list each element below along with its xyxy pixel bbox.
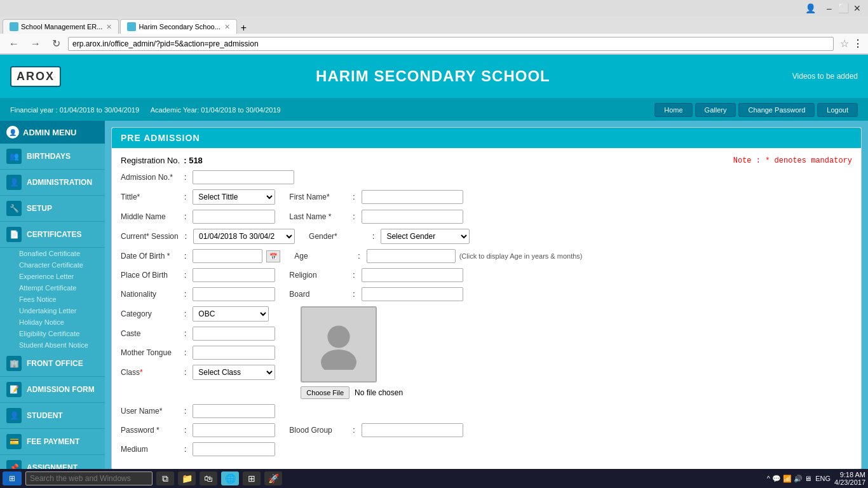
page-wrapper: AROX HARIM SECONDARY SCHOOL Videos to be… (0, 55, 868, 488)
taskbar-app-files[interactable]: 📁 (178, 471, 196, 485)
middle-name-input[interactable] (193, 210, 275, 224)
taskbar-app-extra[interactable]: 🚀 (264, 471, 282, 485)
place-of-birth-input[interactable] (193, 268, 275, 282)
student-icon: 👤 (6, 408, 22, 423)
browser-tab-1[interactable]: School Management ER... ✕ (3, 19, 119, 34)
home-button[interactable]: Home (654, 103, 692, 117)
sidebar-label-setup: SETUP (27, 204, 52, 213)
browser-chrome: 👤 – ⬜ ✕ School Management ER... ✕ Harim … (0, 0, 868, 55)
certificates-icon: 📄 (6, 227, 22, 242)
taskbar-app-chrome[interactable]: 🌐 (221, 471, 239, 485)
gender-label: Gender* (309, 232, 366, 241)
back-button[interactable]: ← (5, 37, 23, 51)
taskbar-lang: ENG (815, 475, 831, 482)
medium-row: Medium : (121, 442, 852, 456)
sidebar-sub-bonafied[interactable]: Bonafied Certificate (0, 248, 105, 259)
caste-row: Caste : (121, 327, 275, 341)
browser-tab-2[interactable]: Harim Secondary Schoo... ✕ (120, 19, 236, 34)
sidebar-sub-eligibility[interactable]: Eligibility Certificate (0, 328, 105, 339)
sidebar-item-admission-form[interactable]: 📝 ADMISSION FORM (0, 377, 105, 403)
last-name-input[interactable] (362, 210, 463, 224)
sidebar-sub-absent[interactable]: Student Absent Notice (0, 339, 105, 351)
admission-no-input[interactable] (193, 170, 294, 184)
refresh-button[interactable]: ↻ (48, 36, 64, 51)
sidebar-item-administration[interactable]: 👤 ADMINISTRATION (0, 170, 105, 196)
photo-placeholder-icon (313, 319, 364, 370)
form-panel: PRE ADMISSION Registration No. : 518 Not… (111, 127, 862, 470)
taskbar-search-input[interactable] (25, 471, 153, 485)
new-tab-button[interactable]: + (241, 22, 247, 34)
tab-label-1: School Management ER... (21, 23, 102, 30)
category-label: Category (121, 309, 178, 318)
board-input[interactable] (362, 287, 463, 301)
category-select[interactable]: OBC General SC ST (193, 306, 269, 322)
age-input[interactable] (367, 249, 456, 263)
middlename-lastname-row: Middle Name : Last Name * : (121, 210, 852, 224)
logo: AROX (10, 66, 61, 87)
gallery-button[interactable]: Gallery (695, 103, 736, 117)
sidebar-item-fee-payment[interactable]: 💳 FEE PAYMENT (0, 429, 105, 455)
admission-form-icon: 📝 (6, 382, 22, 397)
admin-menu-label: ADMIN MENU (23, 128, 77, 137)
password-input[interactable] (193, 423, 275, 437)
bookmark-icon[interactable]: ☆ (840, 37, 849, 50)
blood-group-input[interactable] (362, 423, 463, 437)
start-button[interactable]: ⊞ (3, 471, 22, 485)
sidebar-sub-attempt[interactable]: Attempt Certificate (0, 282, 105, 294)
sidebar-sub-undertaking[interactable]: Undertaking Letter (0, 305, 105, 316)
sidebar-sub-holiday[interactable]: Holiday Notice (0, 316, 105, 328)
last-name-label: Last Name * (289, 212, 346, 221)
dob-label: Date Of Birth * (121, 252, 178, 261)
tittle-select[interactable]: Select Tittle Mr. Mrs. Ms. Dr. (193, 189, 275, 205)
session-gender-row: Current* Session : 01/04/2018 To 30/04/2… (121, 229, 852, 244)
tab-close-2[interactable]: ✕ (224, 23, 230, 31)
maximize-button[interactable]: ⬜ (837, 3, 849, 14)
sidebar-sub-character[interactable]: Character Certificate (0, 259, 105, 271)
mother-tongue-input[interactable] (193, 346, 275, 360)
taskbar-app-store[interactable]: 🛍 (200, 471, 217, 485)
sidebar-sub-fees-notice[interactable]: Fees Notice (0, 294, 105, 305)
sidebar-item-certificates[interactable]: 📄 CERTIFICATES (0, 222, 105, 248)
nationality-label: Nationality (121, 290, 178, 299)
taskbar-app-windows[interactable]: ⊞ (243, 471, 261, 485)
dob-input[interactable] (193, 249, 262, 263)
current-session-select[interactable]: 01/04/2018 To 30/04/2 (193, 229, 295, 244)
minimize-button[interactable]: – (824, 3, 835, 14)
logout-button[interactable]: Logout (817, 103, 858, 117)
choose-file-button[interactable]: Choose File (301, 386, 349, 399)
browser-tabs: School Management ER... ✕ Harim Secondar… (0, 17, 868, 34)
sidebar-item-birthdays[interactable]: 👥 BIRTHDAYS (0, 144, 105, 170)
close-button[interactable]: ✕ (851, 3, 863, 14)
settings-icon[interactable]: ⋮ (853, 37, 863, 50)
svg-point-0 (328, 325, 350, 348)
sidebar-item-front-office[interactable]: 🏢 FRONT OFFICE (0, 351, 105, 377)
photo-box (301, 306, 377, 383)
medium-label: Medium (121, 445, 178, 454)
nationality-input[interactable] (193, 287, 275, 301)
sidebar-item-student[interactable]: 👤 STUDENT (0, 403, 105, 429)
address-bar[interactable] (68, 37, 834, 51)
class-row: Class* : Select Class I II III IV V (121, 365, 275, 380)
first-name-input[interactable] (362, 190, 463, 204)
medium-input[interactable] (193, 442, 275, 456)
password-label: Password * (121, 426, 178, 435)
browser-addressbar: ← → ↻ ☆ ⋮ (0, 34, 868, 54)
tab-close-1[interactable]: ✕ (106, 23, 112, 31)
form-header: PRE ADMISSION (112, 128, 861, 148)
sidebar-item-setup[interactable]: 🔧 SETUP (0, 196, 105, 222)
dob-calendar-button[interactable]: 📅 (266, 250, 280, 262)
form-title: PRE ADMISSION (121, 133, 200, 143)
tab-icon-1 (10, 22, 18, 31)
religion-input[interactable] (362, 268, 463, 282)
taskbar-app-task-view[interactable]: ⧉ (156, 471, 174, 485)
left-fields: Category : OBC General SC ST (121, 306, 275, 399)
change-password-button[interactable]: Change Password (738, 103, 815, 117)
caste-input[interactable] (193, 327, 275, 341)
gender-select[interactable]: Select Gender Male Female Other (381, 229, 470, 244)
forward-button[interactable]: → (27, 37, 44, 51)
reg-label: Registration No. (121, 156, 180, 165)
age-label: Age (294, 252, 351, 261)
user-name-input[interactable] (193, 404, 275, 418)
class-select[interactable]: Select Class I II III IV V VI VII VIII (193, 365, 275, 380)
sidebar-sub-experience[interactable]: Experience Letter (0, 271, 105, 282)
